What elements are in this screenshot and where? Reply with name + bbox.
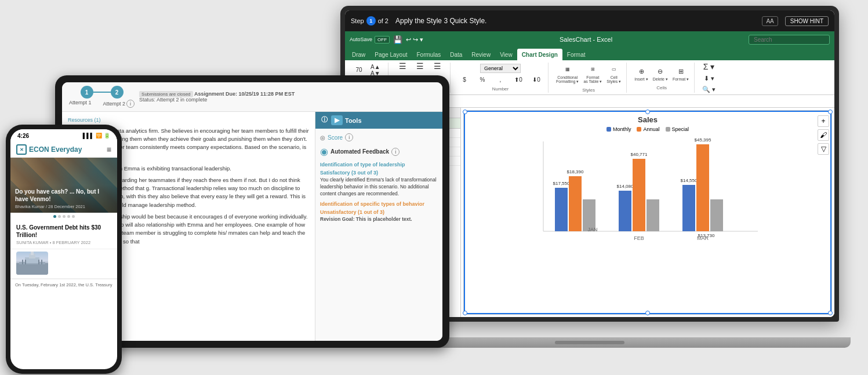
align-left-btn[interactable]: ☰	[394, 59, 411, 73]
forward-icon[interactable]: ▶	[331, 115, 343, 125]
check-circle-icon: ◉	[320, 146, 328, 157]
step-badge: Step 1 of 2	[351, 16, 388, 26]
score-label[interactable]: Score	[328, 134, 343, 141]
tab-format[interactable]: Format	[562, 49, 590, 60]
news-item-1[interactable]: U.S. Government Debt hits $30 Trillion! …	[10, 220, 117, 249]
font-size-btn[interactable]: 70	[351, 63, 367, 77]
phone-status-icons: ▌▌▌ 🛜 🔋	[83, 133, 110, 139]
info-circle-icon[interactable]: ⓘ	[321, 115, 328, 125]
phone-time: 4:26	[17, 133, 29, 139]
autosum-btn[interactable]: Σ ▾	[701, 61, 717, 72]
cells-label: Cells	[656, 85, 667, 90]
dot-2[interactable]	[58, 215, 61, 218]
svg-text:$40,771: $40,771	[631, 152, 648, 157]
attempt-info-icon[interactable]: i	[126, 100, 135, 108]
news-item-1-meta: SUNITA KUMAR • 8 FEBRUARY 2022	[16, 240, 111, 245]
handle-tr[interactable]	[828, 110, 833, 114]
dot-3[interactable]	[63, 215, 66, 218]
svg-rect-20	[41, 260, 42, 264]
feedback-description: You clearly identified Emma's lack of tr…	[320, 177, 438, 198]
dot-4[interactable]	[67, 215, 70, 218]
submission-info: Submissions are closed Assignment Due: 1…	[139, 91, 435, 103]
tab-view[interactable]: View	[495, 49, 517, 60]
insert-btn[interactable]: ⊕ Insert ▾	[633, 64, 649, 83]
find-btn[interactable]: 🔍 ▾	[700, 85, 717, 94]
signal-icon: ▌▌▌	[83, 133, 94, 139]
automated-feedback-label[interactable]: Automated Feedback	[331, 148, 389, 155]
tab-review[interactable]: Review	[467, 49, 495, 60]
legend-annual-dot	[637, 127, 641, 132]
excel-search-input[interactable]	[749, 35, 830, 45]
tab-draw[interactable]: Draw	[347, 49, 370, 60]
dot-1[interactable]	[53, 215, 56, 218]
resources-link[interactable]: Resources (1)	[68, 116, 309, 125]
cell-styles-btn[interactable]: ▭ CellStyles ▾	[605, 63, 623, 85]
handle-tl[interactable]	[463, 110, 467, 114]
svg-rect-19	[38, 260, 39, 264]
attempt-1-circle: 1	[81, 86, 93, 99]
phone-hero-overlay: Do you have cash? ... No, but I have Ven…	[15, 188, 112, 209]
decimal-up-btn[interactable]: ⬆0	[510, 75, 526, 84]
phone-screen: 4:26 ▌▌▌ 🛜 🔋 ✕ ECON Everyday	[10, 129, 117, 369]
delete-btn[interactable]: ⊖ Delete ▾	[651, 64, 670, 83]
svg-text:$14,080: $14,080	[617, 184, 634, 189]
feedback-info-icon[interactable]: i	[391, 148, 400, 156]
capitol-svg	[16, 252, 48, 275]
conditional-formatting-btn[interactable]: ▦ ConditionalFormatting ▾	[554, 63, 580, 85]
percent-btn[interactable]: %	[474, 75, 491, 84]
phone: 4:26 ▌▌▌ 🛜 🔋 ✕ ECON Everyday	[6, 125, 122, 374]
decimal-down-btn[interactable]: ⬇0	[528, 75, 544, 84]
styles-label: Styles	[582, 88, 595, 93]
phone-logo-text: ECON Everyday	[29, 145, 82, 154]
bar-jan-annual	[569, 176, 582, 231]
svg-rect-16	[31, 252, 34, 255]
number-format-select[interactable]: General	[480, 64, 521, 73]
legend-annual-label: Annual	[643, 126, 659, 132]
ribbon-group-number: General $ % , ⬆0 ⬇0 Number	[453, 63, 549, 93]
chart-add-element-btn[interactable]: +	[818, 115, 829, 127]
align-center-btn[interactable]: ☰	[412, 59, 428, 73]
handle-tm[interactable]	[645, 110, 650, 114]
handle-br[interactable]	[828, 311, 833, 315]
currency-btn[interactable]: $	[456, 75, 473, 84]
bar-feb-annual	[633, 159, 645, 231]
score-info-icon[interactable]: i	[345, 133, 353, 141]
chart-toolbar: + 🖌 ▽	[818, 115, 829, 155]
handle-bm[interactable]	[645, 311, 650, 315]
svg-rect-18	[25, 260, 26, 264]
undo-icon[interactable]: ↩ ↪ ▾	[406, 36, 423, 43]
save-icon[interactable]: 💾	[393, 35, 402, 44]
dot-5[interactable]	[72, 215, 75, 218]
aa-button[interactable]: AA	[762, 16, 778, 26]
format-as-table-btn[interactable]: ⊞ Formatas Table ▾	[582, 63, 604, 85]
feedback-item-1[interactable]: Identification of type of leadership	[320, 162, 438, 168]
chart-style-btn[interactable]: 🖌	[818, 129, 829, 141]
handle-bl[interactable]	[463, 311, 467, 315]
excel-titlebar: AutoSave OFF 💾 ↩ ↪ ▾ SalesChart - Excel	[345, 31, 834, 48]
comma-btn[interactable]: ,	[492, 75, 509, 84]
status-value: Attempt 2 in complete	[157, 97, 207, 103]
svg-text:$45,395: $45,395	[695, 137, 711, 143]
feedback-item-2[interactable]: Identification of specific types of beha…	[320, 201, 438, 207]
tab-chart-design[interactable]: Chart Design	[517, 49, 562, 60]
submission-closed-row: Submissions are closed Assignment Due: 1…	[139, 91, 435, 97]
format-btn[interactable]: ⊞ Format ▾	[671, 64, 691, 83]
align-right-btn[interactable]: ☰	[429, 59, 445, 73]
show-hint-button[interactable]: SHOW HINT	[785, 16, 829, 26]
news-item-2[interactable]	[10, 249, 117, 279]
phone-logo: ✕ ECON Everyday	[16, 144, 82, 155]
satisfactory-label: Satisfactory (3 out of 3)	[320, 170, 438, 176]
svg-text:$18,390: $18,390	[567, 169, 584, 174]
phone-hero-author: Bhavika Kumar / 28 December 2021	[15, 204, 112, 209]
tools-header: ⓘ ▶ Tools	[315, 112, 442, 129]
phone-menu-icon[interactable]: ≡	[107, 145, 111, 154]
chart-filter-btn[interactable]: ▽	[818, 143, 829, 155]
tools-title: Tools	[345, 117, 362, 124]
tab-data[interactable]: Data	[445, 49, 467, 60]
chart-container: Sales Monthly Annual	[463, 110, 832, 315]
fill-btn[interactable]: ⬇ ▾	[701, 74, 717, 83]
bar-feb-special	[647, 199, 659, 231]
tools-header-content: ⓘ ▶ Tools	[321, 115, 362, 125]
phone-statusbar: 4:26 ▌▌▌ 🛜 🔋	[10, 129, 117, 142]
font-increase-btn[interactable]: A▲ A▼	[368, 63, 384, 77]
